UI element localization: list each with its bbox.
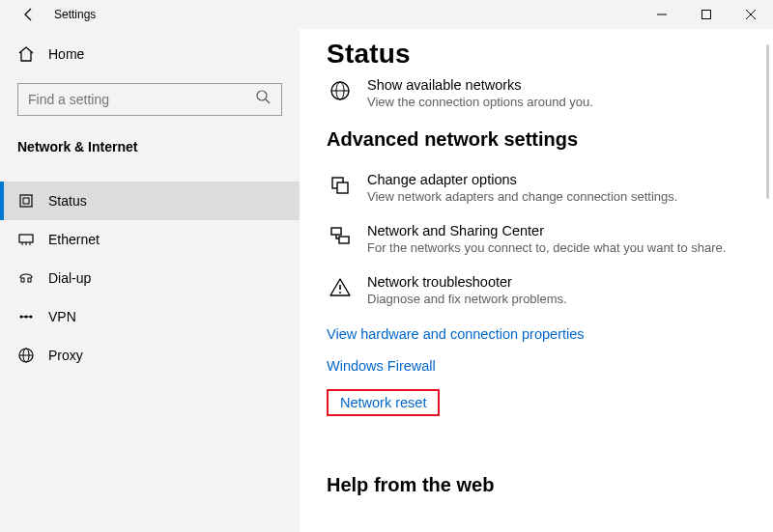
dialup-icon [17,269,35,287]
minimize-button[interactable] [640,0,684,29]
item-subtitle: View network adapters and change connect… [367,189,677,204]
sidebar-item-proxy[interactable]: Proxy [0,336,300,375]
sharing-icon [327,223,354,255]
sidebar-item-home[interactable]: Home [0,35,300,73]
sidebar-category: Network & Internet [17,139,300,154]
item-subtitle: For the networks you connect to, decide … [367,240,726,255]
page-title: Status [327,39,773,70]
home-label: Home [48,46,84,62]
sidebar-item-ethernet[interactable]: Ethernet [0,220,300,259]
home-icon [17,45,35,63]
sidebar-item-label: Status [48,193,87,209]
svg-rect-6 [20,195,32,207]
item-title: Network troubleshooter [367,274,567,290]
item-subtitle: Diagnose and fix network problems. [367,292,567,306]
close-button[interactable] [729,0,773,29]
show-networks-item[interactable]: Show available networks View the connect… [327,77,773,109]
item-title: Change adapter options [367,172,677,187]
status-icon [17,192,35,210]
sidebar: Home Network & Internet Status [0,29,300,532]
svg-rect-25 [337,182,348,193]
proxy-icon [17,347,35,364]
svg-rect-13 [28,278,31,282]
window-title: Settings [54,8,96,21]
adapter-options-item[interactable]: Change adapter options View network adap… [327,172,773,204]
ethernet-icon [17,231,35,248]
advanced-heading: Advanced network settings [327,128,773,151]
main-content: Status Show available networks View the … [300,29,773,532]
search-input[interactable] [17,83,282,116]
scrollbar[interactable] [766,44,769,199]
sidebar-item-label: Ethernet [48,232,100,247]
maximize-button[interactable] [684,0,729,29]
sidebar-item-label: Dial-up [48,270,91,286]
close-icon [746,10,756,19]
hardware-properties-link[interactable]: View hardware and connection properties [327,326,585,342]
sidebar-item-label: VPN [48,309,76,324]
warning-icon [327,274,354,306]
sidebar-item-label: Proxy [48,348,83,363]
sharing-center-item[interactable]: Network and Sharing Center For the netwo… [327,223,773,255]
maximize-icon [701,10,711,19]
search-container [17,83,282,116]
item-title: Show available networks [367,77,593,93]
adapter-icon [327,172,354,204]
sidebar-item-status[interactable]: Status [0,182,300,220]
svg-rect-27 [339,237,349,243]
svg-rect-26 [331,228,341,235]
sidebar-item-vpn[interactable]: VPN [0,297,300,336]
vpn-icon [17,308,35,325]
titlebar: Settings [0,0,773,29]
item-subtitle: View the connection options around you. [367,95,593,109]
svg-rect-7 [23,198,29,204]
minimize-icon [657,10,667,19]
svg-rect-8 [19,235,33,242]
windows-firewall-link[interactable]: Windows Firewall [327,358,436,374]
sidebar-item-dialup[interactable]: Dial-up [0,259,300,297]
network-reset-link[interactable]: Network reset [327,389,440,416]
svg-rect-12 [21,278,24,282]
back-button[interactable] [17,3,41,26]
item-title: Network and Sharing Center [367,223,726,238]
help-heading: Help from the web [327,474,773,496]
svg-point-29 [339,292,341,294]
svg-rect-1 [702,11,711,19]
troubleshooter-item[interactable]: Network troubleshooter Diagnose and fix … [327,274,773,306]
globe-icon [327,77,354,109]
